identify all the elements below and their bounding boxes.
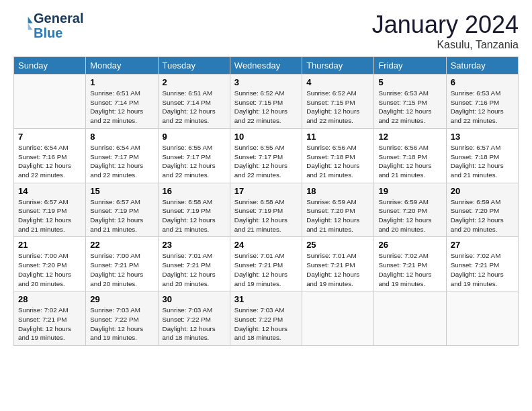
- calendar-cell: 3Sunrise: 6:52 AM Sunset: 7:15 PM Daylig…: [230, 75, 302, 129]
- calendar-cell: 24Sunrise: 7:01 AM Sunset: 7:21 PM Dayli…: [230, 237, 302, 291]
- day-info: Sunrise: 6:53 AM Sunset: 7:15 PM Dayligh…: [378, 89, 441, 126]
- day-info: Sunrise: 6:51 AM Sunset: 7:14 PM Dayligh…: [163, 89, 226, 126]
- day-info: Sunrise: 7:01 AM Sunset: 7:21 PM Dayligh…: [234, 251, 298, 288]
- calendar-cell: 4Sunrise: 6:52 AM Sunset: 7:15 PM Daylig…: [302, 75, 374, 129]
- calendar-cell: [374, 291, 446, 346]
- day-info: Sunrise: 7:02 AM Sunset: 7:21 PM Dayligh…: [451, 251, 514, 288]
- weekday-header-sunday: Sunday: [14, 57, 86, 75]
- weekday-header-wednesday: Wednesday: [230, 57, 302, 75]
- day-number: 9: [163, 132, 226, 142]
- day-number: 18: [306, 186, 369, 196]
- calendar-week-4: 21Sunrise: 7:00 AM Sunset: 7:20 PM Dayli…: [14, 237, 519, 291]
- calendar-week-3: 14Sunrise: 6:57 AM Sunset: 7:19 PM Dayli…: [14, 183, 519, 237]
- day-info: Sunrise: 6:56 AM Sunset: 7:18 PM Dayligh…: [306, 143, 369, 180]
- logo-text-general: General: [34, 11, 83, 26]
- day-info: Sunrise: 6:58 AM Sunset: 7:19 PM Dayligh…: [234, 197, 298, 234]
- svg-marker-1: [28, 24, 33, 30]
- day-number: 12: [378, 132, 441, 142]
- calendar-cell: 6Sunrise: 6:53 AM Sunset: 7:16 PM Daylig…: [446, 75, 518, 129]
- day-info: Sunrise: 6:51 AM Sunset: 7:14 PM Dayligh…: [90, 89, 153, 126]
- day-info: Sunrise: 6:54 AM Sunset: 7:16 PM Dayligh…: [18, 143, 81, 180]
- logo: General Blue: [13, 11, 83, 40]
- day-info: Sunrise: 7:03 AM Sunset: 7:22 PM Dayligh…: [234, 306, 298, 342]
- day-info: Sunrise: 6:57 AM Sunset: 7:18 PM Dayligh…: [451, 143, 514, 180]
- day-info: Sunrise: 6:52 AM Sunset: 7:15 PM Dayligh…: [306, 89, 369, 126]
- calendar-cell: 1Sunrise: 6:51 AM Sunset: 7:14 PM Daylig…: [86, 75, 158, 129]
- day-info: Sunrise: 7:00 AM Sunset: 7:21 PM Dayligh…: [90, 251, 153, 288]
- day-number: 7: [18, 132, 81, 142]
- header: General Blue January 2024 Kasulu, Tanzan…: [13, 11, 519, 51]
- calendar-cell: 9Sunrise: 6:55 AM Sunset: 7:17 PM Daylig…: [158, 128, 230, 183]
- day-number: 31: [234, 294, 298, 304]
- calendar-cell: 31Sunrise: 7:03 AM Sunset: 7:22 PM Dayli…: [230, 291, 302, 346]
- calendar-cell: 11Sunrise: 6:56 AM Sunset: 7:18 PM Dayli…: [302, 128, 374, 183]
- day-info: Sunrise: 6:56 AM Sunset: 7:18 PM Dayligh…: [378, 143, 441, 180]
- day-number: 4: [306, 77, 369, 87]
- day-info: Sunrise: 6:59 AM Sunset: 7:20 PM Dayligh…: [451, 197, 514, 234]
- calendar-cell: 17Sunrise: 6:58 AM Sunset: 7:19 PM Dayli…: [230, 183, 302, 237]
- day-number: 10: [234, 132, 298, 142]
- day-info: Sunrise: 6:53 AM Sunset: 7:16 PM Dayligh…: [451, 89, 514, 126]
- day-info: Sunrise: 6:59 AM Sunset: 7:20 PM Dayligh…: [378, 197, 441, 234]
- calendar-week-2: 7Sunrise: 6:54 AM Sunset: 7:16 PM Daylig…: [14, 128, 519, 183]
- day-info: Sunrise: 7:02 AM Sunset: 7:21 PM Dayligh…: [378, 251, 441, 288]
- day-info: Sunrise: 7:01 AM Sunset: 7:21 PM Dayligh…: [306, 251, 369, 288]
- day-info: Sunrise: 6:58 AM Sunset: 7:19 PM Dayligh…: [163, 197, 226, 234]
- day-number: 11: [306, 132, 369, 142]
- calendar-cell: 18Sunrise: 6:59 AM Sunset: 7:20 PM Dayli…: [302, 183, 374, 237]
- calendar-cell: 30Sunrise: 7:03 AM Sunset: 7:22 PM Dayli…: [158, 291, 230, 346]
- day-number: 13: [451, 132, 514, 142]
- logo-icon: [15, 15, 34, 34]
- day-number: 22: [90, 240, 153, 250]
- weekday-header-saturday: Saturday: [446, 57, 518, 75]
- calendar-cell: 28Sunrise: 7:02 AM Sunset: 7:21 PM Dayli…: [14, 291, 86, 346]
- day-number: 24: [234, 240, 298, 250]
- calendar-week-5: 28Sunrise: 7:02 AM Sunset: 7:21 PM Dayli…: [14, 291, 519, 346]
- day-info: Sunrise: 7:00 AM Sunset: 7:20 PM Dayligh…: [18, 251, 81, 288]
- calendar-cell: 19Sunrise: 6:59 AM Sunset: 7:20 PM Dayli…: [374, 183, 446, 237]
- day-number: 17: [234, 186, 298, 196]
- calendar-cell: 26Sunrise: 7:02 AM Sunset: 7:21 PM Dayli…: [374, 237, 446, 291]
- calendar-cell: 16Sunrise: 6:58 AM Sunset: 7:19 PM Dayli…: [158, 183, 230, 237]
- weekday-header-friday: Friday: [374, 57, 446, 75]
- calendar-cell: 2Sunrise: 6:51 AM Sunset: 7:14 PM Daylig…: [158, 75, 230, 129]
- day-number: 30: [163, 294, 226, 304]
- calendar-cell: 13Sunrise: 6:57 AM Sunset: 7:18 PM Dayli…: [446, 128, 518, 183]
- calendar-cell: 10Sunrise: 6:55 AM Sunset: 7:17 PM Dayli…: [230, 128, 302, 183]
- calendar-cell: 23Sunrise: 7:01 AM Sunset: 7:21 PM Dayli…: [158, 237, 230, 291]
- calendar-cell: 8Sunrise: 6:54 AM Sunset: 7:17 PM Daylig…: [86, 128, 158, 183]
- day-number: 29: [90, 294, 153, 304]
- title-block: January 2024 Kasulu, Tanzania: [372, 11, 519, 51]
- day-info: Sunrise: 6:55 AM Sunset: 7:17 PM Dayligh…: [234, 143, 298, 180]
- calendar-cell: 25Sunrise: 7:01 AM Sunset: 7:21 PM Dayli…: [302, 237, 374, 291]
- day-info: Sunrise: 7:03 AM Sunset: 7:22 PM Dayligh…: [90, 306, 153, 342]
- page: General Blue January 2024 Kasulu, Tanzan…: [0, 0, 532, 357]
- calendar-cell: [302, 291, 374, 346]
- day-number: 25: [306, 240, 369, 250]
- day-number: 26: [378, 240, 441, 250]
- day-number: 3: [234, 77, 298, 87]
- day-info: Sunrise: 7:03 AM Sunset: 7:22 PM Dayligh…: [163, 306, 226, 342]
- day-number: 14: [18, 186, 81, 196]
- day-number: 19: [378, 186, 441, 196]
- day-number: 20: [451, 186, 514, 196]
- day-number: 2: [163, 77, 226, 87]
- day-number: 27: [451, 240, 514, 250]
- day-info: Sunrise: 6:57 AM Sunset: 7:19 PM Dayligh…: [18, 197, 81, 234]
- day-number: 1: [90, 77, 153, 87]
- calendar-cell: 12Sunrise: 6:56 AM Sunset: 7:18 PM Dayli…: [374, 128, 446, 183]
- calendar-cell: 5Sunrise: 6:53 AM Sunset: 7:15 PM Daylig…: [374, 75, 446, 129]
- day-info: Sunrise: 7:01 AM Sunset: 7:21 PM Dayligh…: [163, 251, 226, 288]
- day-number: 6: [451, 77, 514, 87]
- weekday-header-thursday: Thursday: [302, 57, 374, 75]
- day-number: 28: [18, 294, 81, 304]
- svg-marker-0: [28, 17, 33, 24]
- day-number: 23: [163, 240, 226, 250]
- day-number: 16: [163, 186, 226, 196]
- calendar-cell: 20Sunrise: 6:59 AM Sunset: 7:20 PM Dayli…: [446, 183, 518, 237]
- calendar-cell: [446, 291, 518, 346]
- day-info: Sunrise: 6:52 AM Sunset: 7:15 PM Dayligh…: [234, 89, 298, 126]
- day-number: 15: [90, 186, 153, 196]
- day-number: 5: [378, 77, 441, 87]
- day-info: Sunrise: 6:59 AM Sunset: 7:20 PM Dayligh…: [306, 197, 369, 234]
